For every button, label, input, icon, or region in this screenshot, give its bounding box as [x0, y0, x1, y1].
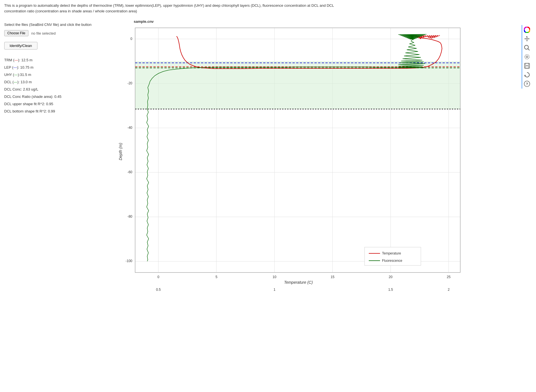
svg-text:2: 2	[448, 288, 450, 292]
svg-text:0: 0	[130, 37, 132, 41]
svg-text:Fluorescence: Fluorescence	[382, 259, 402, 263]
uhy-result: UHY (---):31.5 m	[4, 71, 111, 78]
dcl-bottom-result: DCL bottom shape fit R^2: 0.99	[4, 108, 111, 115]
svg-text:?: ?	[526, 82, 528, 86]
help-icon[interactable]: ?	[524, 80, 530, 87]
crosshair-icon[interactable]	[524, 35, 530, 42]
svg-text:20: 20	[389, 275, 393, 279]
svg-text:25: 25	[447, 275, 451, 279]
svg-text:5: 5	[215, 275, 217, 279]
description: This is a program to automatically detec…	[4, 3, 342, 14]
dcl-upper-result: DCL upper shape fit R^2: 0.95	[4, 100, 111, 108]
svg-text:-80: -80	[128, 215, 133, 218]
chart-wrap: 0 -20 -40 -60 -80 -100 Depth (m) 0 5 10 …	[117, 25, 520, 320]
dcl-conc-ratio-result: DCL Conc Ratio (shade area): 0.45	[4, 93, 111, 100]
trm-result: TRM (---): 12.5 m	[4, 57, 111, 64]
svg-text:Temperature (C): Temperature (C)	[284, 280, 313, 285]
svg-rect-57	[525, 66, 529, 68]
svg-text:-60: -60	[128, 170, 133, 174]
file-row: Choose File no file selected	[4, 30, 111, 36]
chart-toolbar: ?	[522, 25, 532, 89]
svg-text:0.5: 0.5	[156, 288, 161, 292]
svg-text:-40: -40	[128, 126, 133, 130]
svg-marker-58	[524, 75, 526, 76]
svg-text:15: 15	[331, 275, 335, 279]
chart-with-toolbar: 0 -20 -40 -60 -80 -100 Depth (m) 0 5 10 …	[117, 25, 532, 320]
svg-text:10: 10	[273, 275, 276, 279]
dcl-result: DCL (---): 13.0 m	[4, 78, 111, 86]
lep-result: LEP (---): 10.75 m	[4, 64, 111, 71]
svg-point-53	[526, 56, 528, 58]
svg-text:Depth (m): Depth (m)	[118, 143, 123, 160]
choose-file-button[interactable]: Choose File	[4, 30, 28, 36]
svg-text:-100: -100	[126, 259, 132, 263]
settings-icon[interactable]	[524, 53, 530, 60]
svg-point-54	[525, 55, 529, 59]
svg-marker-50	[528, 38, 530, 39]
chart-container: sample.cnv	[117, 19, 532, 320]
color-wheel-icon[interactable]	[524, 26, 530, 33]
chart-title: sample.cnv	[134, 19, 532, 24]
chart-svg-container: 0 -20 -40 -60 -80 -100 Depth (m) 0 5 10 …	[117, 25, 520, 320]
svg-text:0: 0	[157, 275, 159, 279]
svg-text:Temperature: Temperature	[382, 251, 401, 255]
svg-rect-56	[525, 63, 529, 65]
svg-text:-20: -20	[128, 81, 133, 85]
svg-text:1.5: 1.5	[388, 288, 393, 292]
svg-rect-38	[365, 247, 421, 265]
svg-point-51	[524, 45, 528, 49]
results-section: TRM (---): 12.5 m LEP (---): 10.75 m UHY…	[4, 57, 111, 115]
svg-marker-48	[526, 40, 528, 41]
refresh-icon[interactable]	[524, 71, 530, 78]
svg-marker-49	[524, 38, 526, 39]
svg-text:1: 1	[274, 288, 276, 292]
save-icon[interactable]	[524, 62, 530, 69]
select-label: Select the files (SeaBird CNV file) and …	[4, 22, 111, 27]
identify-clean-button[interactable]: Identify/Clean	[4, 42, 37, 49]
search-icon[interactable]	[524, 44, 530, 51]
svg-line-52	[528, 49, 530, 50]
dcl-conc-result: DCL Conc: 2.63 ug/L	[4, 86, 111, 93]
left-panel: Select the files (SeaBird CNV file) and …	[4, 19, 111, 115]
no-file-label: no file selected	[31, 31, 56, 35]
